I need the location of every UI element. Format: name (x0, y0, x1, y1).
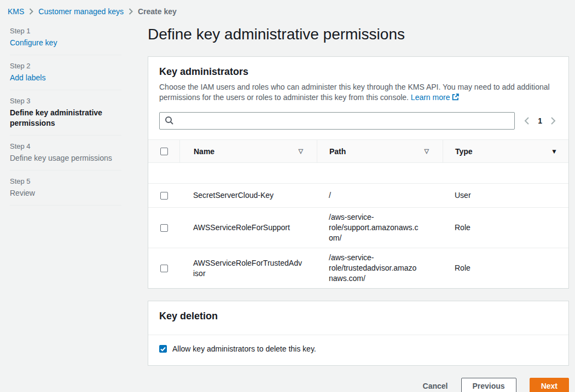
table-row-empty (148, 163, 568, 184)
cell-path: /aws-service-role/support.amazonaws.com/ (317, 208, 443, 248)
key-administrators-title: Key administrators (159, 66, 557, 78)
sort-icon[interactable]: ▽ (299, 148, 303, 155)
cell-type: User (443, 186, 568, 205)
table-row[interactable]: AWSServiceRoleForSupport /aws-service-ro… (148, 208, 568, 248)
steps-sidebar: Step 1 Configure key Step 2 Add labels S… (0, 22, 148, 392)
step-item-4: Step 4 Define key usage permissions (10, 142, 121, 171)
table-toolbar: 1 (148, 111, 568, 139)
key-deletion-panel: Key deletion Allow key administrators to… (148, 301, 569, 366)
row-select-cell (148, 192, 179, 200)
search-icon (165, 116, 174, 127)
allow-delete-checkbox[interactable] (159, 345, 167, 353)
cell-type: Role (443, 218, 568, 237)
breadcrumb-link-customer-managed-keys[interactable]: Customer managed keys (38, 7, 124, 16)
sidebar-item-configure-key[interactable]: Configure key (10, 38, 121, 48)
search-input[interactable] (159, 112, 515, 130)
cell-name: AWSServiceRoleForTrustedAdvisor (179, 254, 317, 283)
page-container: Step 1 Configure key Step 2 Add labels S… (0, 22, 575, 392)
select-all-checkbox[interactable] (160, 148, 168, 155)
key-deletion-body: Allow key administrators to delete this … (148, 335, 568, 365)
row-checkbox[interactable] (160, 224, 168, 232)
step-number: Step 1 (10, 27, 121, 35)
step-item-2: Step 2 Add labels (10, 62, 121, 90)
breadcrumb-link-kms[interactable]: KMS (8, 7, 24, 16)
sidebar-item-define-key-administrative-permissions: Define key administrative permissions (10, 108, 121, 128)
key-administrators-header: Key administrators Choose the IAM users … (148, 57, 568, 111)
cell-type: Role (443, 259, 568, 278)
sort-icon[interactable]: ▽ (425, 148, 429, 155)
next-page-button[interactable] (549, 115, 557, 126)
key-deletion-header: Key deletion (148, 301, 568, 335)
table-row[interactable]: SecretServerCloud-Key / User (148, 184, 568, 208)
external-link-icon[interactable] (452, 93, 459, 103)
step-number: Step 3 (10, 97, 121, 105)
breadcrumb: KMS Customer managed keys Create key (0, 0, 575, 16)
sidebar-item-review: Review (10, 188, 121, 198)
row-checkbox[interactable] (160, 192, 168, 200)
table-row[interactable]: AWSServiceRoleForTrustedAdvisor /aws-ser… (148, 248, 568, 288)
column-header-path[interactable]: Path ▽ (317, 140, 443, 162)
step-number: Step 5 (10, 177, 121, 185)
description-text: Choose the IAM users and roles who can a… (159, 83, 550, 102)
previous-page-button[interactable] (522, 115, 531, 126)
step-item-1: Step 1 Configure key (10, 27, 121, 55)
select-all-cell (148, 148, 179, 155)
key-administrators-table: Name ▽ Path ▽ Type ▼ (148, 139, 568, 288)
page-title: Define key administrative permissions (148, 26, 569, 43)
sidebar-item-define-key-usage-permissions: Define key usage permissions (10, 153, 121, 163)
column-header-name[interactable]: Name ▽ (179, 140, 317, 162)
learn-more-link[interactable]: Learn more (411, 93, 450, 102)
cell-path: /aws-service-role/trustedadvisor.amazona… (317, 248, 443, 288)
key-administrators-panel: Key administrators Choose the IAM users … (148, 56, 569, 289)
cancel-button[interactable]: Cancel (423, 382, 448, 390)
cell-name: SecretServerCloud-Key (179, 186, 317, 205)
current-page-number[interactable]: 1 (536, 116, 544, 125)
main-content: Define key administrative permissions Ke… (148, 22, 569, 392)
next-button[interactable]: Next (530, 378, 569, 392)
pagination: 1 (522, 115, 557, 126)
column-header-type[interactable]: Type ▼ (443, 140, 568, 162)
step-number: Step 4 (10, 142, 121, 150)
filter-icon[interactable]: ▼ (551, 148, 557, 155)
column-label: Name (194, 147, 214, 156)
allow-delete-label[interactable]: Allow key administrators to delete this … (172, 344, 316, 353)
breadcrumb-current: Create key (138, 7, 177, 16)
step-number: Step 2 (10, 62, 121, 70)
sidebar-item-add-labels[interactable]: Add labels (10, 73, 121, 83)
cell-name: AWSServiceRoleForSupport (179, 218, 317, 237)
column-label: Type (455, 147, 473, 156)
previous-button[interactable]: Previous (461, 378, 516, 392)
search-field-wrap (159, 112, 515, 130)
chevron-right-icon (29, 8, 33, 15)
step-item-5: Step 5 Review (10, 177, 121, 206)
key-deletion-title: Key deletion (159, 311, 557, 322)
row-select-cell (148, 224, 179, 232)
key-administrators-description: Choose the IAM users and roles who can a… (159, 82, 557, 103)
table-header-row: Name ▽ Path ▽ Type ▼ (148, 139, 568, 163)
row-checkbox[interactable] (160, 265, 168, 272)
step-item-3: Step 3 Define key administrative permiss… (10, 97, 121, 136)
column-label: Path (329, 147, 346, 156)
chevron-right-icon (129, 8, 133, 15)
wizard-footer: Cancel Previous Next (148, 378, 569, 392)
row-select-cell (148, 265, 179, 272)
cell-path: / (317, 186, 443, 205)
